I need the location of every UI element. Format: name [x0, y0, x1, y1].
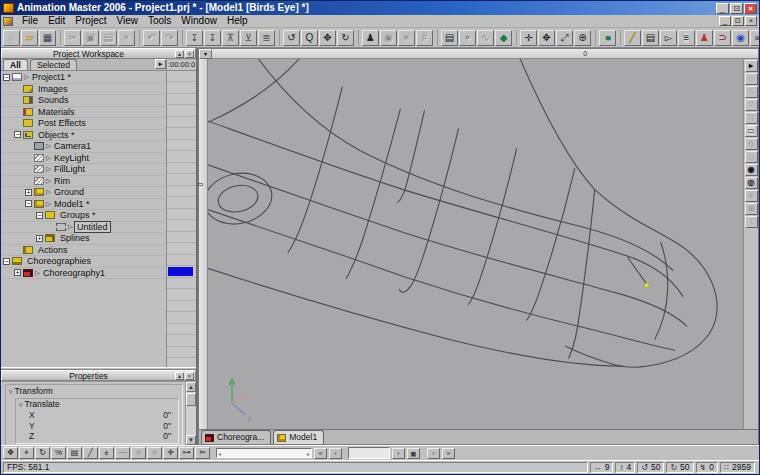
tree-item[interactable]: + ▷ Ground — [1, 187, 166, 199]
tree-item[interactable]: + ▷ Choreography1 — [1, 268, 166, 280]
tree-item-label[interactable]: Rim — [52, 176, 72, 186]
close-button[interactable]: × — [744, 3, 757, 14]
transport-button[interactable]: › — [427, 448, 440, 459]
manipulator-button[interactable]: # — [147, 447, 162, 459]
toolbar-button[interactable]: ✛ — [520, 30, 537, 46]
toolbar-button[interactable]: ✳ — [398, 30, 415, 46]
tree-item[interactable]: ▷ Camera1 — [1, 141, 166, 153]
tab-scroll-icon[interactable]: ▸ — [155, 59, 166, 69]
viewport-tool-button[interactable]: □ — [745, 151, 758, 163]
tree-item[interactable]: − ▷ Project1 * — [1, 72, 166, 84]
tree-item-label[interactable]: Actions — [36, 245, 70, 255]
tree-item[interactable]: Images — [1, 84, 166, 96]
tree-expander-icon[interactable]: − — [25, 200, 32, 207]
child-restore-button[interactable]: ⊡ — [732, 16, 744, 26]
toolbar-button[interactable]: ∞ — [750, 30, 760, 46]
tree-expander-icon[interactable]: − — [14, 131, 21, 138]
tree-item-label[interactable]: Camera1 — [52, 141, 93, 151]
translate-group-header[interactable]: ▿Translate — [19, 399, 175, 410]
slider-right-icon[interactable]: ▸ — [307, 450, 310, 457]
viewport-tool-button[interactable]: ◌ — [745, 73, 758, 85]
manipulator-button[interactable]: ⋯ — [115, 447, 130, 459]
transport-button[interactable]: ‹ — [329, 448, 342, 459]
toolbar-button[interactable]: ✥ — [538, 30, 555, 46]
transform-group-header[interactable]: ▿Transform — [9, 386, 179, 397]
toolbar-button[interactable]: # — [416, 30, 433, 46]
slider-left-icon[interactable]: ◂ — [218, 450, 221, 457]
manipulator-button[interactable]: # — [131, 447, 146, 459]
tree-item-label[interactable]: Images — [36, 84, 70, 94]
toolbar-button[interactable]: × — [118, 30, 135, 46]
viewport-tool-button[interactable]: ∷ — [745, 112, 758, 124]
toolbar-button[interactable]: ↻ — [337, 30, 354, 46]
manipulator-button[interactable]: ╱ — [83, 447, 98, 459]
tree-item[interactable]: Post Effects — [1, 118, 166, 130]
tree-item[interactable]: ▷ KeyLight — [1, 153, 166, 165]
viewport-tool-button[interactable]: ≡ — [745, 190, 758, 202]
timeline-selection-bar[interactable] — [168, 267, 193, 276]
menu-item[interactable]: Project — [70, 15, 111, 27]
tree-item[interactable]: ▷ Untitled — [1, 222, 166, 234]
manipulator-button[interactable]: ⊶ — [179, 447, 194, 459]
transport-button[interactable]: « — [314, 448, 327, 459]
toolbar-button[interactable]: ▤ — [100, 30, 117, 46]
tree-item-label[interactable]: Objects * — [36, 130, 77, 140]
toolbar-button[interactable]: ▱ — [21, 30, 38, 46]
tree-item-label[interactable]: Post Effects — [36, 118, 88, 128]
tree-item[interactable]: ▷ Rim — [1, 176, 166, 188]
viewport-tool-button[interactable]: ⊞ — [745, 203, 758, 215]
toolbar-button[interactable]: ♟ — [696, 30, 713, 46]
toolbar-button[interactable]: ↶ — [143, 30, 160, 46]
toolbar-button[interactable]: ◉ — [732, 30, 749, 46]
toolbar-button[interactable]: ▣ — [82, 30, 99, 46]
viewport-tool-button[interactable]: ◎ — [745, 177, 758, 189]
toolbar-button[interactable]: ↺ — [283, 30, 300, 46]
viewport-tool-button[interactable]: ∴ — [745, 86, 758, 98]
menu-item[interactable]: Tools — [143, 15, 176, 27]
toolbar-button[interactable]: ◉ — [380, 30, 397, 46]
toolbar-button[interactable]: ✶ — [459, 30, 476, 46]
viewport-tool-button[interactable]: ∵ — [745, 99, 758, 111]
properties-scrollbar[interactable]: ▲ ▼ — [185, 382, 196, 445]
property-value[interactable]: 0" — [163, 421, 175, 432]
menu-item[interactable]: Window — [176, 15, 222, 27]
tree-expander-icon[interactable]: + — [14, 269, 21, 276]
menu-item[interactable]: File — [17, 15, 43, 27]
transport-button[interactable]: ◼ — [407, 448, 420, 459]
tree-item-label[interactable]: Model1 * — [52, 199, 92, 209]
viewport-tool-button[interactable]: ▸ — [745, 60, 758, 72]
tree-item[interactable]: Sounds — [1, 95, 166, 107]
toolbar-button[interactable]: ⊃ — [714, 30, 731, 46]
tree-item[interactable]: − Choreographies — [1, 256, 166, 268]
scroll-up-icon[interactable]: ▲ — [186, 382, 196, 392]
tree-expander-icon[interactable]: + — [36, 235, 43, 242]
scroll-track[interactable] — [186, 407, 196, 435]
tree-item-label[interactable]: Project1 * — [30, 72, 73, 82]
viewport-tool-button[interactable]: ▭ — [745, 125, 758, 137]
tree-item-label[interactable]: Choreographies — [25, 256, 93, 266]
frame-input[interactable] — [348, 447, 390, 459]
scroll-down-icon[interactable]: ▼ — [186, 435, 196, 445]
manipulator-button[interactable]: % — [51, 447, 66, 459]
viewport-tool-button[interactable]: ∶ — [745, 216, 758, 228]
tree-item-label[interactable]: KeyLight — [52, 153, 91, 163]
viewport-tool-button[interactable]: ◇ — [745, 138, 758, 150]
child-close-button[interactable]: × — [745, 16, 757, 26]
tab-selected[interactable]: Selected — [30, 59, 77, 70]
tree-item-label[interactable]: Materials — [36, 107, 77, 117]
toolbar-button[interactable]: ⊼ — [222, 30, 239, 46]
tree-item-label[interactable]: Splines — [58, 233, 92, 243]
manipulator-button[interactable]: ↻ — [35, 447, 50, 459]
property-value[interactable]: 0" — [163, 431, 175, 442]
tree-item[interactable]: − ▷ Model1 * — [1, 199, 166, 211]
toolbar-button[interactable]: ≡ — [678, 30, 695, 46]
manipulator-button[interactable]: ▤ — [67, 447, 82, 459]
manipulator-button[interactable]: ⌖ — [19, 447, 34, 459]
tree-item-label[interactable]: Sounds — [36, 95, 71, 105]
minimize-button[interactable]: _ — [716, 3, 729, 14]
child-minimize-button[interactable]: _ — [719, 16, 731, 26]
tree-item[interactable]: Materials — [1, 107, 166, 119]
tree-item[interactable]: + Splines — [1, 233, 166, 245]
toolbar-button[interactable]: ▤ — [642, 30, 659, 46]
restore-button[interactable]: ⊡ — [730, 3, 743, 14]
